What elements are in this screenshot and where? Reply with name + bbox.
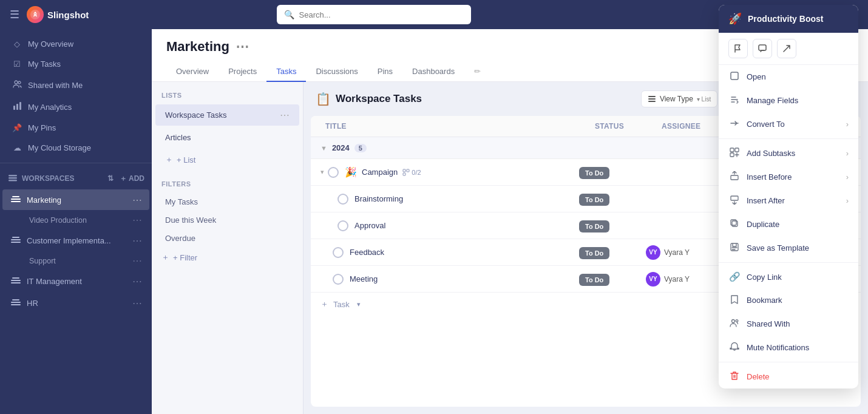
subtask-count: 0/2 (402, 169, 421, 176)
ctx-share-btn[interactable] (777, 39, 796, 58)
sort-workspaces-icon[interactable]: ⇅ (107, 174, 114, 183)
filters-section: FILTERS My Tasks Due this Week Overdue ＋… (152, 180, 303, 267)
ctx-item-label: Mute Notifications (747, 343, 809, 352)
sidebar-workspace-hr[interactable]: HR ⋯ (2, 293, 149, 313)
ctx-item-delete[interactable]: Delete (719, 365, 858, 389)
workspace-more-btn[interactable]: ⋯ (132, 297, 142, 309)
analytics-icon (12, 101, 22, 112)
filter-overdue[interactable]: Overdue (155, 229, 299, 247)
task-status-feedback[interactable]: To Do (579, 248, 646, 257)
workspace-icon (10, 234, 22, 246)
task-checkbox-approval[interactable] (337, 220, 348, 231)
sidebar-item-my-pins[interactable]: 📌 My Pins (2, 118, 149, 137)
expand-btn[interactable]: ▾ (320, 168, 324, 176)
ctx-item-manage-fields[interactable]: Manage Fields (719, 89, 858, 112)
sidebar-workspace-customer-impl[interactable]: Customer Implementa... ⋯ (2, 230, 149, 251)
add-list-btn[interactable]: ＋ + List (155, 149, 299, 170)
task-status-campaign[interactable]: To Do (579, 168, 646, 177)
task-checkbox-feedback[interactable] (333, 247, 344, 258)
tasks-title-icon: 📋 (316, 92, 331, 106)
task-status-approval[interactable]: To Do (579, 221, 646, 231)
sidebar: ◇ My Overview ☑ My Tasks Shared with Me … (0, 29, 152, 414)
ctx-item-save-template[interactable]: Save as Template (719, 236, 858, 260)
view-type-icon (648, 95, 656, 103)
sidebar-item-my-cloud-storage[interactable]: ☁ My Cloud Storage (2, 138, 149, 157)
list-more-btn[interactable]: ⋯ (280, 109, 290, 121)
tab-tasks[interactable]: Tasks (266, 62, 306, 82)
task-checkbox-brainstorming[interactable] (337, 194, 348, 205)
filter-my-tasks[interactable]: My Tasks (155, 193, 299, 211)
sidebar-workspace-it-management[interactable]: IT Management ⋯ (2, 271, 149, 291)
list-item-workspace-tasks[interactable]: Workspace Tasks ⋯ (155, 104, 299, 126)
add-list-label: + List (177, 155, 195, 165)
add-workspace-btn[interactable]: ＋ Add (120, 174, 144, 184)
add-filter-icon: ＋ (161, 252, 169, 263)
tab-projects[interactable]: Projects (219, 62, 266, 82)
task-checkbox-meeting[interactable] (333, 274, 344, 285)
sidebar-sub-support[interactable]: Support ⋯ (2, 252, 149, 270)
workspace-more-btn[interactable]: ⋯ (132, 276, 142, 287)
add-filter-btn[interactable]: ＋ + Filter (152, 248, 303, 267)
task-status-brainstorming[interactable]: To Do (579, 194, 646, 204)
sidebar-item-my-analytics[interactable]: My Analytics (2, 97, 149, 117)
ctx-item-label: Convert To (747, 120, 785, 129)
sidebar-workspace-marketing[interactable]: Marketing ⋯ (2, 189, 149, 210)
tasks-title: 📋 Workspace Tasks (316, 92, 634, 106)
tab-edit-icon[interactable]: ✏ (464, 62, 490, 82)
app-logo[interactable]: Slingshot (27, 6, 89, 23)
ctx-item-insert-after[interactable]: Insert After › (719, 189, 858, 212)
ctx-item-shared-with[interactable]: Shared With (719, 312, 858, 336)
overview-icon: ◇ (12, 39, 22, 49)
svg-rect-13 (11, 242, 21, 243)
task-name-meeting: Meeting (350, 274, 579, 283)
view-type-btn[interactable]: View Type ▾ List (641, 90, 717, 107)
sidebar-item-shared-with-me[interactable]: Shared with Me (2, 75, 149, 95)
task-checkbox-campaign[interactable] (328, 167, 339, 178)
sidebar-item-my-tasks[interactable]: ☑ My Tasks (2, 55, 149, 73)
svg-rect-23 (648, 101, 656, 102)
tab-pins[interactable]: Pins (368, 62, 402, 82)
logo-icon (27, 6, 44, 23)
sidebar-item-label: My Overview (28, 39, 73, 49)
svg-rect-3 (13, 106, 15, 110)
tab-discussions[interactable]: Discussions (306, 62, 367, 82)
svg-rect-5 (19, 102, 21, 110)
ctx-item-convert-to[interactable]: Convert To › (719, 112, 858, 136)
ctx-item-copy-link[interactable]: 🔗 Copy Link (719, 265, 858, 288)
filter-due-this-week[interactable]: Due this Week (155, 211, 299, 229)
task-assignee-feedback: VY Vyara Y (646, 245, 719, 260)
ctx-chevron: › (846, 149, 849, 158)
page-title-more-btn[interactable]: ⋯ (236, 39, 249, 55)
open-icon (728, 71, 741, 83)
add-filter-label: + Filter (173, 253, 197, 262)
search-input[interactable] (299, 10, 464, 19)
task-status-meeting[interactable]: To Do (579, 274, 646, 284)
hamburger-menu[interactable]: ☰ (10, 8, 19, 21)
workspace-icon (10, 297, 22, 309)
tab-overview[interactable]: Overview (166, 62, 219, 82)
workspace-more-btn[interactable]: ⋯ (132, 235, 142, 246)
ctx-item-mute-notifications[interactable]: Mute Notifications (719, 336, 858, 359)
sidebar-item-my-overview[interactable]: ◇ My Overview (2, 35, 149, 53)
sidebar-sub-video-production[interactable]: Video Production ⋯ (2, 211, 149, 229)
svg-rect-10 (11, 201, 21, 202)
ctx-item-open[interactable]: Open (719, 65, 858, 89)
search-bar[interactable]: 🔍 (277, 5, 471, 24)
task-name-brainstorming: Brainstorming (354, 194, 579, 203)
ctx-flag-btn[interactable] (728, 39, 748, 58)
task-name-campaign: 🎉 Campaign 0/2 (345, 166, 579, 178)
sub-more-btn[interactable]: ⋯ (132, 255, 142, 266)
sub-more-btn[interactable]: ⋯ (132, 214, 142, 226)
svg-rect-9 (11, 199, 21, 200)
ctx-item-add-subtasks[interactable]: Add Subtasks › (719, 141, 858, 165)
ctx-item-label: Open (747, 72, 766, 81)
list-item-articles[interactable]: Articles ⋯ (155, 127, 299, 148)
campaign-name-text: Campaign (362, 168, 398, 177)
ctx-item-bookmark[interactable]: Bookmark (719, 288, 858, 312)
ctx-comment-btn[interactable] (753, 39, 772, 58)
tab-dashboards[interactable]: Dashboards (402, 62, 464, 82)
ctx-item-insert-before[interactable]: Insert Before › (719, 165, 858, 189)
ctx-item-duplicate[interactable]: Duplicate (719, 212, 858, 236)
workspaces-label: Workspaces (22, 174, 74, 183)
workspace-more-btn[interactable]: ⋯ (132, 194, 142, 206)
